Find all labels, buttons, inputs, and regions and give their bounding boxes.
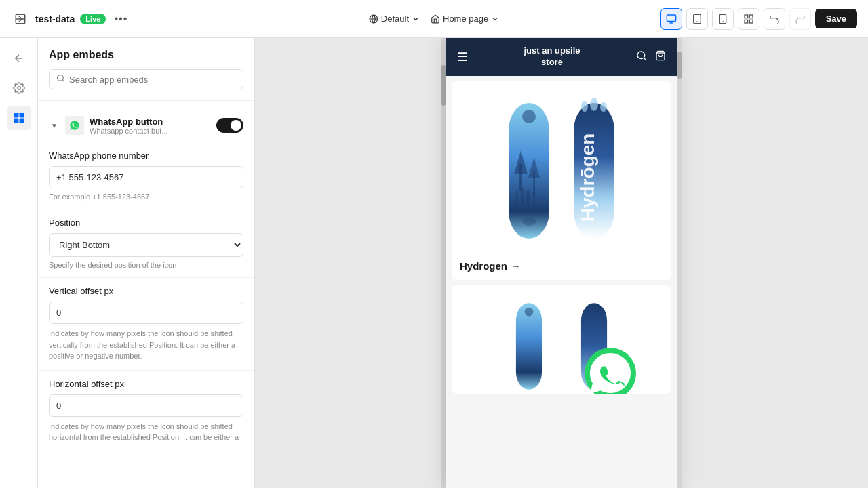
- cart-phone-icon[interactable]: [655, 50, 666, 64]
- left-icon-panel: [0, 38, 38, 488]
- phone-field-group: WhatsApp phone number For example +1 555…: [38, 142, 254, 209]
- default-button[interactable]: Default: [369, 14, 420, 24]
- back-icon[interactable]: [11, 9, 30, 28]
- svg-rect-40: [516, 303, 542, 389]
- svg-point-21: [637, 52, 645, 59]
- position-label: Position: [49, 218, 243, 228]
- svg-point-41: [525, 308, 534, 317]
- embed-info: WhatsApp button Whatsapp contact but...: [90, 117, 211, 135]
- nav-apps-icon[interactable]: [7, 106, 31, 130]
- main-layout: App embeds ▼ WhatsApp button Whats: [0, 38, 868, 488]
- live-badge: Live: [80, 14, 106, 24]
- tablet-icon-btn[interactable]: [686, 8, 708, 30]
- svg-line-20: [62, 80, 64, 81]
- svg-point-14: [17, 87, 20, 90]
- svg-rect-30: [516, 191, 518, 205]
- embed-name: WhatsApp button: [90, 117, 211, 127]
- svg-rect-11: [749, 15, 753, 18]
- svg-point-19: [58, 75, 64, 81]
- product-arrow-1: →: [511, 261, 520, 271]
- nav-back-icon[interactable]: [7, 46, 31, 70]
- svg-line-22: [644, 58, 646, 60]
- sidebar-header: App embeds: [38, 38, 254, 101]
- more-icon[interactable]: •••: [111, 9, 130, 28]
- horizontal-input[interactable]: [49, 394, 243, 417]
- apps-icon-btn[interactable]: [738, 8, 760, 30]
- phone-hint: For example +1 555-123-4567: [49, 192, 243, 201]
- svg-point-37: [590, 98, 598, 111]
- product-images-1: Hydrōgen: [460, 89, 663, 252]
- topbar: test-data Live ••• Default Home page: [0, 0, 868, 38]
- svg-rect-10: [745, 15, 748, 18]
- embed-item-header: ▼ WhatsApp button Whatsapp contact but..…: [49, 116, 243, 135]
- svg-point-34: [522, 218, 536, 226]
- svg-point-38: [600, 102, 607, 112]
- svg-rect-16: [19, 113, 24, 118]
- undo-icon-btn[interactable]: [764, 8, 785, 30]
- nav-settings-icon[interactable]: [7, 76, 31, 100]
- product-name-1: Hydrogen →: [460, 260, 663, 272]
- horizontal-field-group: Horizontal offset px Indicates by how ma…: [38, 370, 254, 451]
- board-dark-svg: Hydrōgen: [564, 96, 624, 245]
- topbar-left: test-data Live •••: [11, 9, 361, 28]
- mobile-icon-btn[interactable]: [712, 8, 734, 30]
- svg-point-25: [522, 110, 536, 123]
- sidebar-title: App embeds: [49, 49, 243, 61]
- search-icon: [56, 74, 65, 85]
- store-name: test-data: [35, 14, 75, 24]
- topbar-center: Default Home page: [369, 14, 499, 24]
- phone-topbar: ☰ just an upsile store: [446, 38, 677, 76]
- preview-area: ☰ just an upsile store: [255, 38, 868, 488]
- position-hint: Specify the desired position of the icon: [49, 261, 243, 269]
- whatsapp-toggle[interactable]: [216, 118, 243, 133]
- svg-rect-13: [749, 20, 753, 23]
- redo-icon-btn[interactable]: [789, 8, 811, 30]
- save-button[interactable]: Save: [815, 9, 857, 28]
- preview-store-title: just an upsile store: [524, 45, 580, 68]
- vertical-field-group: Vertical offset px Indicates by how many…: [38, 277, 254, 370]
- vertical-desc: Indicates by how many pixels the icon sh…: [49, 328, 243, 362]
- whatsapp-floating-btn[interactable]: [583, 346, 637, 394]
- search-box[interactable]: [49, 69, 243, 89]
- whatsapp-embed-item: ▼ WhatsApp button Whatsapp contact but..…: [38, 109, 254, 142]
- phone-frame: ☰ just an upsile store: [446, 38, 677, 488]
- phone-input[interactable]: [49, 166, 243, 188]
- sidebar: App embeds ▼ WhatsApp button Whats: [38, 38, 255, 488]
- product-card-1: Hydrōgen Hydrogen →: [452, 81, 671, 280]
- svg-rect-15: [14, 113, 18, 118]
- search-phone-icon[interactable]: [636, 50, 647, 64]
- horizontal-desc: Indicates by how many pixels the icon sh…: [49, 421, 243, 443]
- svg-point-36: [581, 101, 588, 112]
- desktop-icon-btn[interactable]: [660, 8, 682, 30]
- vertical-label: Vertical offset px: [49, 286, 243, 296]
- svg-rect-17: [14, 119, 18, 123]
- horizontal-label: Horizontal offset px: [49, 379, 243, 389]
- embed-desc: Whatsapp contact but...: [90, 127, 211, 135]
- svg-text:Hydrōgen: Hydrōgen: [577, 134, 598, 222]
- svg-rect-18: [19, 119, 24, 123]
- embed-app-icon: [65, 116, 84, 135]
- board-light-svg: [499, 96, 559, 245]
- search-input[interactable]: [69, 75, 236, 85]
- product-card-2: [452, 285, 671, 394]
- svg-rect-31: [521, 188, 524, 205]
- phone-icons: [636, 50, 666, 64]
- svg-rect-3: [667, 15, 675, 21]
- position-field-group: Position Right Bottom Left Bottom Right …: [38, 209, 254, 277]
- vertical-input[interactable]: [49, 302, 243, 324]
- svg-rect-32: [526, 190, 530, 205]
- topbar-right: Save: [507, 8, 857, 30]
- board-light-2-svg: [499, 299, 559, 394]
- svg-rect-12: [745, 20, 748, 23]
- svg-rect-33: [533, 192, 535, 205]
- phone-label: WhatsApp phone number: [49, 150, 243, 161]
- position-select[interactable]: Right Bottom Left Bottom Right Top Left …: [49, 233, 243, 257]
- collapse-icon[interactable]: ▼: [49, 120, 60, 131]
- home-page-button[interactable]: Home page: [431, 14, 499, 24]
- hamburger-icon[interactable]: ☰: [457, 49, 468, 64]
- phone-content: Hydrōgen Hydrogen →: [446, 76, 677, 488]
- sidebar-scroll: ▼ WhatsApp button Whatsapp contact but..…: [38, 101, 254, 488]
